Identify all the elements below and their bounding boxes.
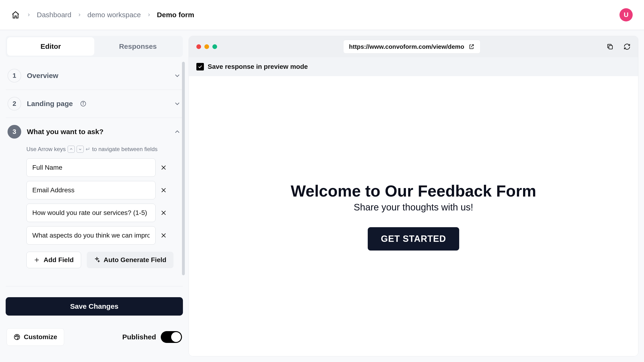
field-input[interactable] <box>26 181 156 200</box>
plus-icon <box>34 257 40 263</box>
breadcrumb-workspace[interactable]: demo workspace <box>88 11 141 19</box>
field-row <box>26 226 181 245</box>
step-ask[interactable]: 3 What you want to ask? Use Arrow keys ↵… <box>6 118 183 275</box>
field-input[interactable] <box>26 226 156 245</box>
close-icon[interactable] <box>160 232 167 239</box>
preview-body: Welcome to Our Feedback Form Share your … <box>189 76 638 356</box>
field-row <box>26 181 181 200</box>
published-label: Published <box>122 333 156 341</box>
app-header: Dashboard demo workspace Demo form U <box>0 0 644 30</box>
palette-icon <box>14 334 20 340</box>
field-row <box>26 204 181 222</box>
field-input[interactable] <box>26 204 156 222</box>
close-icon[interactable] <box>160 164 167 171</box>
save-response-checkbox[interactable] <box>196 63 204 70</box>
form-subtitle: Share your thoughts with us! <box>354 202 473 212</box>
close-icon[interactable] <box>160 187 167 194</box>
svg-point-15 <box>16 335 17 336</box>
sidebar-tabs: Editor Responses <box>6 36 183 57</box>
sidebar-scrollbar[interactable] <box>182 62 185 275</box>
auto-generate-button[interactable]: Auto Generate Field <box>87 252 174 268</box>
keyboard-hint: Use Arrow keys ↵ to navigate between fie… <box>26 146 181 153</box>
step-landing-page[interactable]: 2 Landing page <box>6 90 183 118</box>
close-icon[interactable] <box>160 210 167 216</box>
chevron-up-icon <box>174 128 181 136</box>
preview-url[interactable]: https://www.convoform.com/view/demo <box>343 40 481 54</box>
home-icon[interactable] <box>11 10 20 19</box>
svg-point-2 <box>83 102 84 103</box>
info-icon[interactable] <box>80 100 86 107</box>
svg-rect-17 <box>609 46 612 49</box>
breadcrumb: Dashboard demo workspace Demo form <box>26 11 194 19</box>
chevron-right-icon <box>77 12 82 17</box>
form-title: Welcome to Our Feedback Form <box>291 182 536 200</box>
external-link-icon[interactable] <box>468 44 474 50</box>
step-number: 1 <box>8 69 21 82</box>
step-title: Overview <box>27 72 58 80</box>
published-toggle[interactable] <box>161 331 182 343</box>
svg-point-14 <box>15 336 16 337</box>
preview-subbar: Save response in preview mode <box>189 57 638 76</box>
copy-icon[interactable] <box>606 43 614 50</box>
field-input[interactable] <box>26 158 156 177</box>
minimize-window-icon <box>204 44 209 49</box>
refresh-icon[interactable] <box>624 43 630 50</box>
tab-editor[interactable]: Editor <box>7 37 94 56</box>
chevron-down-icon <box>174 72 181 80</box>
chevron-right-icon <box>146 12 151 17</box>
step-overview[interactable]: 1 Overview <box>6 62 183 90</box>
step-number: 3 <box>8 125 21 138</box>
save-changes-button[interactable]: Save Changes <box>6 297 183 316</box>
tab-responses[interactable]: Responses <box>94 37 182 56</box>
customize-button[interactable]: Customize <box>6 328 64 346</box>
avatar[interactable]: U <box>620 8 633 22</box>
preview-panel: https://www.convoform.com/view/demo Save… <box>188 36 638 356</box>
breadcrumb-dashboard[interactable]: Dashboard <box>37 11 72 19</box>
chevron-down-icon <box>174 100 181 108</box>
step-title: Landing page <box>27 100 73 108</box>
editor-sidebar: Editor Responses 1 Overview 2 Landing pa… <box>6 36 183 356</box>
close-window-icon <box>196 44 201 49</box>
enter-icon: ↵ <box>86 146 90 152</box>
preview-toolbar: https://www.convoform.com/view/demo <box>189 36 638 57</box>
chevron-right-icon <box>26 12 31 17</box>
svg-point-16 <box>18 336 18 337</box>
step-number: 2 <box>8 97 21 110</box>
get-started-button[interactable]: GET STARTED <box>368 227 459 250</box>
arrow-up-icon <box>68 146 75 153</box>
field-row <box>26 158 181 177</box>
window-controls <box>196 44 217 49</box>
breadcrumb-current: Demo form <box>157 11 194 19</box>
field-list <box>26 158 181 245</box>
add-field-button[interactable]: Add Field <box>26 252 81 268</box>
save-response-label: Save response in preview mode <box>208 63 308 70</box>
step-title: What you want to ask? <box>27 128 104 136</box>
sparkles-icon <box>94 257 100 263</box>
maximize-window-icon <box>212 44 217 49</box>
arrow-down-icon <box>76 146 84 153</box>
